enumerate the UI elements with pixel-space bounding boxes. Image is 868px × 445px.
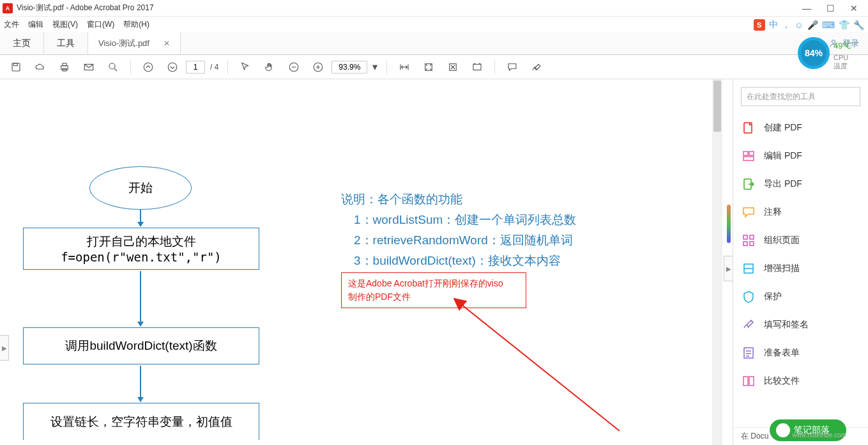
sogou-icon[interactable]: S (754, 19, 765, 31)
tool-export-pdf[interactable]: 导出 PDF (733, 170, 868, 198)
ime-tray: S 中 ， ☺ 🎤 ⌨ 👕 🔧 (754, 19, 864, 31)
tool-edit-pdf[interactable]: 编辑 PDF (733, 142, 868, 170)
organize-icon (742, 234, 755, 247)
zoom-field[interactable] (331, 61, 367, 74)
wrench-icon[interactable]: 🔧 (853, 20, 864, 30)
flow-set-label: 设置链长，空字符串变量，初值值 (50, 414, 232, 430)
mic-icon[interactable]: 🎤 (807, 20, 818, 30)
flow-arrow (140, 210, 141, 226)
zoom-out-button[interactable] (283, 58, 305, 77)
tool-label: 编辑 PDF (764, 150, 802, 162)
right-panel-toggle[interactable]: ▶ (724, 256, 733, 281)
hand-tool[interactable] (259, 58, 280, 77)
red-arrow (453, 297, 632, 437)
flow-arrow (140, 366, 141, 402)
flow-open: 打开自己的本地文件 f=open(r"wen.txt","r") (23, 228, 259, 270)
fit-page-button[interactable] (418, 58, 439, 77)
menu-help[interactable]: 帮助(H) (123, 19, 149, 30)
watermark-badge: 笔记部落www.notetribe.com (770, 419, 846, 441)
print-button[interactable] (54, 58, 75, 77)
flow-call: 调用buildWordDict(text)函数 (23, 327, 259, 364)
tool-create-pdf[interactable]: 创建 PDF (733, 114, 868, 142)
menu-file[interactable]: 文件 (4, 19, 19, 30)
flow-set: 设置链长，空字符串变量，初值值 (23, 403, 259, 440)
svg-rect-3 (61, 65, 68, 69)
tools-list: 创建 PDF 编辑 PDF 导出 PDF 注释 组织页面 增强扫描 保护 填写和… (733, 114, 868, 427)
form-icon (742, 347, 755, 359)
comment-button[interactable] (501, 58, 523, 77)
separator (227, 60, 228, 74)
svg-rect-22 (750, 235, 754, 239)
sign-button[interactable] (526, 58, 547, 77)
zoom-dropdown[interactable]: ▾ (370, 58, 380, 77)
tool-label: 组织页面 (764, 235, 800, 246)
scrollbar-thumb[interactable] (713, 81, 721, 132)
tool-comment[interactable]: 注释 (733, 198, 868, 226)
svg-rect-14 (473, 64, 481, 70)
compare-icon (742, 375, 755, 387)
select-tool[interactable] (234, 58, 256, 77)
close-button[interactable]: ✕ (850, 3, 858, 13)
side-color-bar (727, 205, 731, 243)
tool-prepare-form[interactable]: 准备表单 (733, 339, 868, 367)
tool-scan[interactable]: 增强扫描 (733, 254, 868, 283)
svg-rect-4 (63, 63, 66, 66)
page-number-field[interactable] (186, 61, 205, 74)
explain-title: 说明：各个函数的功能 (341, 189, 462, 210)
pin-icon[interactable]: 👕 (839, 20, 849, 30)
tool-protect[interactable]: 保护 (733, 283, 868, 311)
tab-home[interactable]: 主页 (0, 32, 44, 54)
annotation-line1: 这是Adobe Acrobat打开刚刚保存的viso (348, 277, 519, 290)
explain-line1: 1：wordListSum：创建一个单词列表总数 (354, 210, 576, 230)
minimize-button[interactable]: ― (802, 3, 811, 13)
scan-icon (742, 262, 755, 275)
fit-width-button[interactable] (393, 58, 415, 77)
ime-lang[interactable]: 中 (769, 19, 778, 31)
sign-icon (742, 318, 755, 331)
tab-tools[interactable]: 工具 (44, 32, 88, 54)
tool-label: 创建 PDF (764, 122, 802, 134)
perf-temp: 49℃ (834, 41, 852, 51)
tools-search[interactable]: 在此处查找您的工具 (741, 87, 860, 106)
document-scrollbar[interactable] (712, 79, 722, 445)
tool-organize[interactable]: 组织页面 (733, 226, 868, 254)
emoji-icon[interactable]: ☺ (795, 20, 803, 30)
left-panel-toggle[interactable]: ▶ (0, 335, 9, 361)
mail-button[interactable] (78, 58, 100, 77)
maximize-button[interactable]: ☐ (826, 3, 835, 13)
tools-search-placeholder: 在此处查找您的工具 (747, 91, 816, 102)
toolbar: / 4 ▾ (0, 55, 868, 79)
perf-widget[interactable]: 84% 49℃ CPU温度 (798, 37, 830, 69)
tab-close-icon[interactable]: ✕ (164, 39, 170, 48)
create-pdf-icon (742, 121, 755, 134)
tool-compare[interactable]: 比较文件 (733, 367, 868, 395)
comment-icon (742, 206, 755, 219)
read-mode-button[interactable] (466, 58, 488, 77)
edit-pdf-icon (742, 150, 755, 162)
tool-fill-sign[interactable]: 填写和签名 (733, 311, 868, 339)
menu-view[interactable]: 视图(V) (52, 19, 78, 30)
explain-line3: 3：buildWordDict(text)：接收文本内容 (354, 251, 561, 271)
ime-punct[interactable]: ， (782, 19, 791, 31)
menu-edit[interactable]: 编辑 (28, 19, 43, 30)
save-button[interactable] (5, 58, 27, 77)
svg-rect-21 (743, 235, 747, 239)
flow-call-label: 调用buildWordDict(text)函数 (65, 338, 217, 354)
page-down-button[interactable] (162, 58, 183, 77)
tool-label: 准备表单 (764, 347, 800, 359)
tab-document[interactable]: Visio-测试.pdf ✕ (88, 32, 181, 54)
document-view[interactable]: ▶ 开始 打开自己的本地文件 f=open(r"wen.txt","r") 调用… (0, 79, 722, 445)
fit-height-button[interactable] (442, 58, 464, 77)
zoom-in-button[interactable] (307, 58, 329, 77)
svg-rect-27 (743, 377, 748, 386)
menu-window[interactable]: 窗口(W) (87, 19, 114, 30)
separator (494, 60, 495, 74)
tool-label: 保护 (764, 291, 782, 302)
window-controls: ― ☐ ✕ (802, 3, 865, 13)
cloud-button[interactable] (29, 58, 51, 77)
search-button[interactable] (102, 58, 124, 77)
page-up-button[interactable] (137, 58, 159, 77)
svg-rect-28 (749, 377, 754, 386)
keyboard-icon[interactable]: ⌨ (822, 20, 835, 30)
svg-rect-23 (743, 242, 747, 246)
